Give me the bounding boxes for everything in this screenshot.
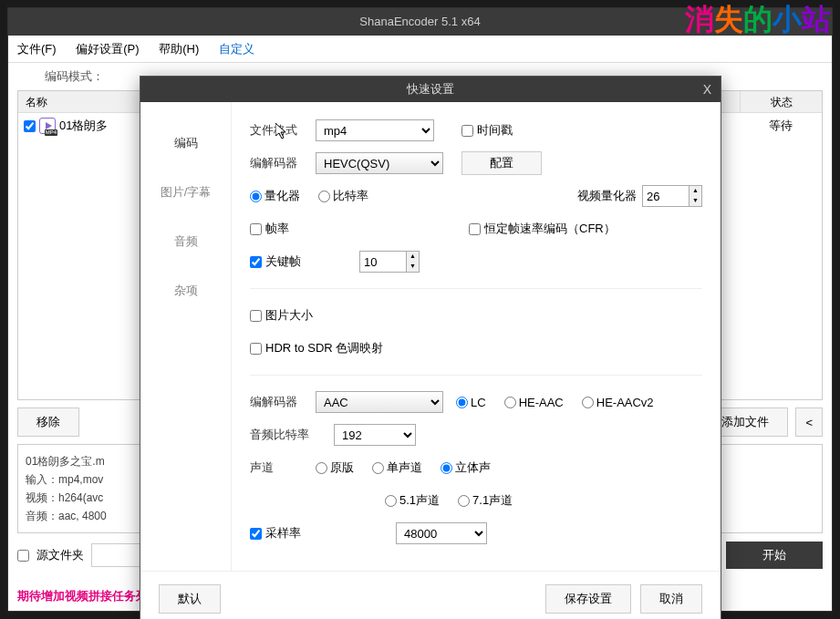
menu-help[interactable]: 帮助(H): [159, 42, 199, 56]
tab-picture[interactable]: 图片/字幕: [140, 168, 231, 217]
sample-select[interactable]: 48000: [396, 522, 487, 544]
config-button[interactable]: 配置: [461, 151, 542, 175]
lt-button[interactable]: <: [795, 408, 823, 437]
ch-51-radio[interactable]: 5.1声道: [385, 492, 440, 509]
sample-checkbox[interactable]: [250, 528, 262, 540]
acodec-label: 编解码器: [250, 394, 316, 410]
keyframe-checkbox[interactable]: [250, 256, 262, 268]
fps-checkbox[interactable]: [250, 223, 262, 235]
keyframe-spinner[interactable]: ▲▼: [359, 251, 420, 273]
format-label: 文件格式: [250, 122, 316, 139]
vq-label: 视频量化器: [577, 188, 637, 204]
save-button[interactable]: 保存设置: [545, 584, 631, 614]
tab-encode[interactable]: 编码: [140, 119, 231, 168]
vq-spinner[interactable]: ▲▼: [642, 185, 702, 207]
menu-pref[interactable]: 偏好设置(P): [76, 42, 139, 56]
timestamp-label: 时间戳: [477, 122, 513, 139]
ch-orig-radio[interactable]: 原版: [316, 459, 354, 476]
row-checkbox[interactable]: [24, 120, 36, 132]
codec-select[interactable]: HEVC(QSV): [316, 152, 443, 174]
abitrate-select[interactable]: 192: [334, 424, 416, 446]
timestamp-checkbox[interactable]: [461, 125, 473, 137]
remove-button[interactable]: 移除: [17, 408, 79, 437]
tab-misc[interactable]: 杂项: [140, 266, 231, 315]
menubar: 文件(F) 偏好设置(P) 帮助(H) 自定义: [8, 36, 832, 63]
default-button[interactable]: 默认: [159, 584, 221, 614]
play-icon: MP4: [39, 118, 56, 134]
menu-custom[interactable]: 自定义: [219, 42, 254, 56]
lc-radio[interactable]: LC: [456, 396, 486, 409]
chevron-up-icon[interactable]: ▲: [690, 186, 701, 196]
abitrate-label: 音频比特率: [250, 427, 316, 443]
file-status: 等待: [740, 113, 822, 139]
format-select[interactable]: mp4: [316, 119, 434, 141]
ch-71-radio[interactable]: 7.1声道: [458, 492, 513, 509]
srcfolder-label: 源文件夹: [36, 547, 84, 563]
quick-settings-dialog: 快速设置 X 编码 图片/字幕 音频 杂项 文件格式 mp4 时间戳 编解码器 …: [140, 76, 721, 619]
quantizer-radio[interactable]: 量化器: [250, 188, 300, 204]
col-status[interactable]: 状态: [740, 91, 822, 112]
hdr-checkbox[interactable]: [250, 343, 262, 355]
heaac-radio[interactable]: HE-AAC: [504, 396, 564, 409]
heaacv2-radio[interactable]: HE-AACv2: [582, 396, 654, 409]
start-button[interactable]: 开始: [726, 542, 823, 569]
cfr-label: 恒定帧速率编码（CFR）: [484, 221, 616, 237]
srcfolder-checkbox[interactable]: [17, 550, 29, 562]
chevron-down-icon[interactable]: ▼: [690, 196, 701, 206]
codec-label: 编解码器: [250, 155, 316, 171]
titlebar: ShanaEncoder 5.1 x64: [8, 8, 832, 36]
channel-label: 声道: [250, 459, 316, 476]
tab-audio[interactable]: 音频: [140, 217, 231, 266]
ch-stereo-radio[interactable]: 立体声: [441, 459, 491, 476]
picsize-checkbox[interactable]: [250, 310, 262, 322]
menu-file[interactable]: 文件(F): [17, 42, 57, 56]
acodec-select[interactable]: AAC: [316, 391, 443, 413]
close-icon[interactable]: X: [703, 77, 711, 102]
ch-mono-radio[interactable]: 单声道: [372, 459, 422, 476]
cfr-checkbox[interactable]: [469, 223, 481, 235]
cancel-button[interactable]: 取消: [640, 584, 702, 614]
bitrate-radio[interactable]: 比特率: [318, 188, 368, 204]
dialog-title: 快速设置 X: [140, 77, 721, 102]
